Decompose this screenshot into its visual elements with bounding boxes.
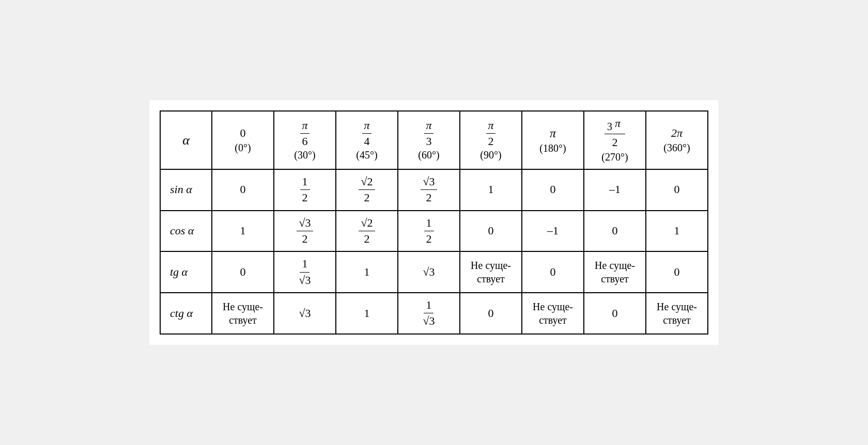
tg-pi6: 1 √3: [274, 251, 336, 293]
header-col4: π 2 (90°): [460, 111, 522, 169]
cos-pi2: 0: [460, 211, 522, 252]
cos-pi4: √2 2: [336, 211, 398, 252]
cos-3pi2: 0: [584, 211, 646, 252]
header-col0: 0 (0°): [212, 111, 274, 169]
cos-row: cos α 1 √3 2 √2 2 1 2 0 –1: [160, 211, 708, 252]
sin-pi: 0: [522, 169, 584, 211]
sin-pi4: √2 2: [336, 169, 398, 211]
ctg-pi2: 0: [460, 293, 522, 334]
sin-2pi: 0: [646, 169, 708, 211]
sin-pi6: 1 2: [274, 169, 336, 211]
header-alpha: α: [160, 111, 212, 169]
trig-table: α 0 (0°) π 6 (30°) π 4 (45°): [160, 110, 708, 335]
tg-row: tg α 0 1 √3 1 √3 Не суще-ствует 0 Не сущ…: [160, 251, 708, 293]
ctg-pi4: 1: [336, 293, 398, 334]
ctg-pi3: 1 √3: [398, 293, 460, 334]
cos-pi3: 1 2: [398, 211, 460, 252]
ctg-row: ctg α Не суще-ствует √3 1 1 √3 0 Не суще…: [160, 293, 708, 334]
ctg-pi6: √3: [274, 293, 336, 334]
ctg-0: Не суще-ствует: [212, 293, 274, 334]
header-col2: π 4 (45°): [336, 111, 398, 169]
header-col5: π (180°): [522, 111, 584, 169]
header-row: α 0 (0°) π 6 (30°) π 4 (45°): [160, 111, 708, 169]
cos-label: cos α: [160, 211, 212, 252]
tg-pi3: √3: [398, 251, 460, 293]
header-col1: π 6 (30°): [274, 111, 336, 169]
header-col7: 2π (360°): [646, 111, 708, 169]
ctg-label: ctg α: [160, 293, 212, 334]
tg-pi4: 1: [336, 251, 398, 293]
cos-0: 1: [212, 211, 274, 252]
sin-row: sin α 0 1 2 √2 2 √3 2 1 0: [160, 169, 708, 211]
ctg-pi: Не суще-ствует: [522, 293, 584, 334]
sin-pi2: 1: [460, 169, 522, 211]
tg-pi: 0: [522, 251, 584, 293]
tg-0: 0: [212, 251, 274, 293]
header-col6: 3 π 2 (270°): [584, 111, 646, 169]
cos-2pi: 1: [646, 211, 708, 252]
sin-3pi2: –1: [584, 169, 646, 211]
tg-pi2: Не суще-ствует: [460, 251, 522, 293]
cos-pi: –1: [522, 211, 584, 252]
sin-pi3: √3 2: [398, 169, 460, 211]
header-col3: π 3 (60°): [398, 111, 460, 169]
tg-3pi2: Не суще-ствует: [584, 251, 646, 293]
sin-0: 0: [212, 169, 274, 211]
cos-pi6: √3 2: [274, 211, 336, 252]
ctg-3pi2: 0: [584, 293, 646, 334]
main-container: α 0 (0°) π 6 (30°) π 4 (45°): [149, 100, 719, 345]
ctg-2pi: Не суще-ствует: [646, 293, 708, 334]
sin-label: sin α: [160, 169, 212, 211]
tg-2pi: 0: [646, 251, 708, 293]
tg-label: tg α: [160, 251, 212, 293]
